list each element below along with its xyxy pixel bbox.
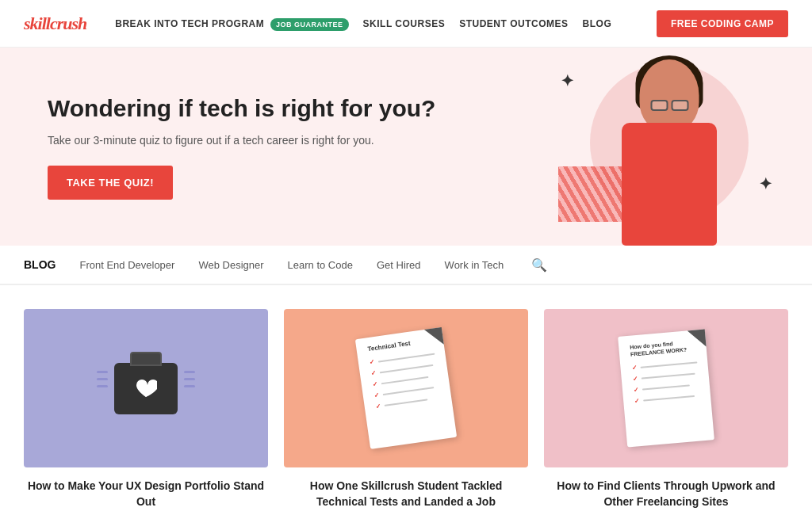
blog-nav-item-frontend[interactable]: Front End Developer xyxy=(79,256,174,274)
doc-bar-5 xyxy=(385,399,428,406)
job-guarantee-badge: JOB GUARANTEE xyxy=(270,18,349,31)
freelance-doc-line-3: ✓ xyxy=(634,380,702,393)
freelance-check-1: ✓ xyxy=(631,364,638,372)
person-silhouette xyxy=(582,55,756,246)
freelance-bar-2 xyxy=(642,372,695,379)
freelance-doc-line-4: ✓ xyxy=(634,391,703,404)
doc-bar-3 xyxy=(381,376,429,383)
freelance-check-2: ✓ xyxy=(632,375,638,383)
star-decoration-1: ✦ xyxy=(561,71,574,90)
doc-bar-2 xyxy=(380,364,434,372)
doc-title-freelance: How do you find FREELANCE WORK? xyxy=(630,338,699,358)
briefcase-icon xyxy=(114,363,178,414)
check-icon-5: ✓ xyxy=(375,402,381,410)
blog-card-technical[interactable]: Technical Test ✓ ✓ ✓ ✓ xyxy=(284,309,528,509)
ray-left xyxy=(97,371,108,387)
blog-nav: BLOG Front End Developer Web Designer Le… xyxy=(0,246,812,285)
check-icon-3: ✓ xyxy=(372,380,378,388)
hero-person-figure xyxy=(574,48,764,246)
blog-section: How to Make Your UX Design Portfolio Sta… xyxy=(0,285,812,515)
nav-item-skill-courses[interactable]: SKILL COURSES xyxy=(358,15,450,32)
ray-line-2 xyxy=(97,378,108,380)
hero-title: Wondering if tech is right for you? xyxy=(48,94,435,123)
person-body xyxy=(622,123,717,246)
freelance-bar-1 xyxy=(640,361,697,368)
ray-line-5 xyxy=(184,378,195,380)
nav-item-blog[interactable]: BLOG xyxy=(578,15,617,32)
ray-line-1 xyxy=(97,371,108,373)
hero-subtitle: Take our 3-minute quiz to figure out if … xyxy=(48,134,435,147)
person-head xyxy=(640,59,699,131)
check-icon-4: ✓ xyxy=(373,391,380,399)
nav-item-student-outcomes[interactable]: STUDENT OUTCOMES xyxy=(454,15,573,32)
take-quiz-button[interactable]: TAKE THE QUIZ! xyxy=(48,166,173,200)
freelance-check-4: ✓ xyxy=(634,397,641,405)
technical-test-doc: Technical Test ✓ ✓ ✓ ✓ xyxy=(355,327,457,449)
card-title-technical: How One Skillcrush Student Tackled Techn… xyxy=(284,479,528,509)
ray-line-4 xyxy=(184,371,195,373)
check-icon-1: ✓ xyxy=(369,358,375,366)
blog-card-ux-portfolio[interactable]: How to Make Your UX Design Portfolio Sta… xyxy=(24,309,268,509)
nav-links: BREAK INTO TECH PROGRAM JOB GUARANTEE SK… xyxy=(110,15,649,32)
hero-section: Wondering if tech is right for you? Take… xyxy=(0,48,812,246)
freelance-doc: How do you find FREELANCE WORK? ✓ ✓ ✓ xyxy=(618,329,714,447)
blog-cards-container: How to Make Your UX Design Portfolio Sta… xyxy=(24,309,788,509)
ray-right xyxy=(184,371,195,387)
blog-nav-item-gethired[interactable]: Get Hired xyxy=(377,256,421,274)
free-coding-camp-button[interactable]: FREE CODING CAMP xyxy=(657,10,788,37)
blog-nav-item-workintech[interactable]: Work in Tech xyxy=(445,256,504,274)
card-image-technical: Technical Test ✓ ✓ ✓ ✓ xyxy=(284,309,528,467)
blog-nav-item-learntocode[interactable]: Learn to Code xyxy=(288,256,353,274)
card-image-freelancing: How do you find FREELANCE WORK? ✓ ✓ ✓ xyxy=(544,309,788,467)
blog-nav-item-blog[interactable]: BLOG xyxy=(24,255,56,274)
card-title-ux: How to Make Your UX Design Portfolio Sta… xyxy=(24,479,268,509)
freelance-bar-3 xyxy=(642,384,690,390)
freelance-doc-line-2: ✓ xyxy=(632,369,700,382)
check-icon-2: ✓ xyxy=(370,369,377,377)
ray-line-6 xyxy=(184,385,195,387)
heart-icon xyxy=(135,378,157,399)
ray-line-3 xyxy=(97,385,108,387)
freelance-bar-4 xyxy=(643,395,695,402)
hero-illustration: ✦ ✦ ✦ xyxy=(479,48,812,246)
hero-text: Wondering if tech is right for you? Take… xyxy=(48,94,435,200)
blog-nav-item-webdesigner[interactable]: Web Designer xyxy=(198,256,263,274)
doc-bar-4 xyxy=(383,387,435,395)
search-icon[interactable]: 🔍 xyxy=(531,258,547,273)
freelance-check-3: ✓ xyxy=(634,386,640,394)
logo[interactable]: skillcrush xyxy=(24,13,86,34)
doc-bar-1 xyxy=(378,353,435,362)
blog-card-freelancing[interactable]: How do you find FREELANCE WORK? ✓ ✓ ✓ xyxy=(544,309,788,509)
card-title-freelancing: How to Find Clients Through Upwork and O… xyxy=(544,479,788,509)
ux-icon-wrapper xyxy=(114,363,178,414)
card-image-ux xyxy=(24,309,268,467)
freelance-doc-line-1: ✓ xyxy=(631,358,699,371)
nav-item-break-into-tech[interactable]: BREAK INTO TECH PROGRAM JOB GUARANTEE xyxy=(110,15,353,32)
navbar: skillcrush BREAK INTO TECH PROGRAM JOB G… xyxy=(0,0,812,48)
